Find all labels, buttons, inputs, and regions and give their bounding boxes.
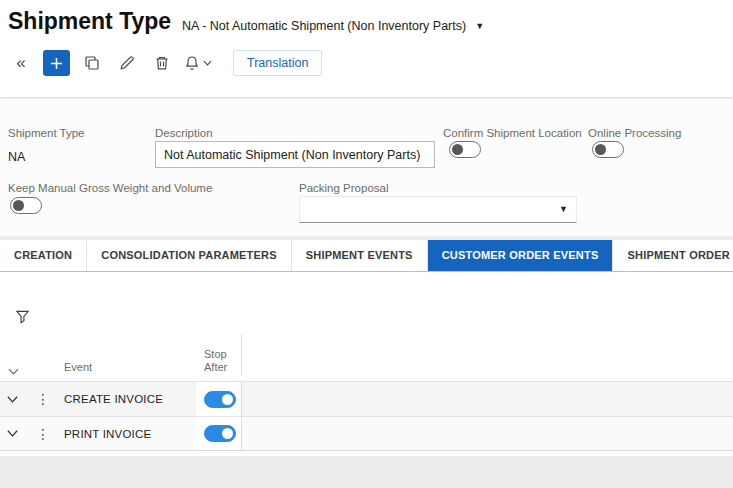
- events-table: Event Stop After ⋮ CREATE INVOICE ⋮ PRIN…: [0, 272, 733, 456]
- edit-record-button[interactable]: [114, 50, 140, 76]
- description-input[interactable]: [155, 141, 435, 168]
- page: Shipment Type NA - Not Automatic Shipmen…: [0, 0, 733, 488]
- column-header-stop-after: Stop After: [196, 348, 238, 376]
- tab-bar: CREATION CONSOLIDATION PARAMETERS SHIPME…: [0, 240, 733, 272]
- record-selector[interactable]: NA - Not Automatic Shipment (Non Invento…: [182, 19, 484, 33]
- copy-icon: [84, 55, 100, 71]
- stop-after-cell: [196, 417, 242, 450]
- trash-icon: [154, 55, 170, 71]
- table-toolbar: [0, 272, 733, 334]
- column-header-event: Event: [56, 361, 196, 375]
- stop-after-toggle[interactable]: [204, 391, 236, 408]
- duplicate-record-button[interactable]: [79, 50, 105, 76]
- tab-creation[interactable]: CREATION: [0, 240, 87, 271]
- shipment-type-value: NA: [8, 150, 25, 164]
- filter-button[interactable]: [12, 306, 32, 326]
- collapse-panel-button[interactable]: «: [8, 50, 34, 76]
- delete-record-button[interactable]: [149, 50, 175, 76]
- caret-down-icon: ▼: [559, 205, 568, 214]
- row-expand-button[interactable]: [0, 395, 30, 404]
- caret-down-icon: ▼: [475, 22, 484, 31]
- chevron-down-icon: [203, 60, 212, 66]
- page-title: Shipment Type: [8, 8, 171, 35]
- keep-manual-gross-weight-label: Keep Manual Gross Weight and Volume: [8, 182, 212, 194]
- tab-shipment-events[interactable]: SHIPMENT EVENTS: [292, 240, 428, 271]
- row-expand-button[interactable]: [0, 429, 30, 438]
- record-selector-label: NA - Not Automatic Shipment (Non Invento…: [182, 19, 466, 33]
- header-card: Shipment Type NA - Not Automatic Shipmen…: [0, 0, 733, 97]
- row-menu-button[interactable]: ⋮: [30, 426, 56, 442]
- packing-proposal-label: Packing Proposal: [299, 182, 389, 194]
- translation-button[interactable]: Translation: [233, 50, 322, 76]
- shipment-type-label: Shipment Type: [8, 127, 85, 139]
- column-header-stop-after-cell: Stop After: [196, 334, 242, 375]
- tab-customer-order-events[interactable]: CUSTOMER ORDER EVENTS: [428, 240, 614, 271]
- keep-manual-gross-weight-toggle[interactable]: [10, 197, 42, 214]
- row-menu-button[interactable]: ⋮: [30, 391, 56, 407]
- funnel-icon: [15, 309, 30, 324]
- detail-form: Shipment Type NA Description Confirm Shi…: [0, 97, 733, 236]
- packing-proposal-select[interactable]: ▼: [299, 196, 577, 223]
- description-label: Description: [155, 127, 213, 139]
- confirm-shipment-location-toggle[interactable]: [449, 141, 481, 158]
- notifications-button[interactable]: [184, 55, 212, 71]
- stop-after-toggle[interactable]: [204, 425, 236, 442]
- header-chevron-button[interactable]: [0, 368, 30, 375]
- table-row[interactable]: ⋮ PRINT INVOICE: [0, 416, 733, 451]
- bell-icon: [184, 55, 200, 71]
- event-label: PRINT INVOICE: [56, 428, 196, 440]
- table-header-row: Event Stop After: [0, 334, 733, 381]
- double-chevron-left-icon: «: [16, 54, 25, 73]
- toolbar: «: [8, 49, 322, 77]
- add-record-button[interactable]: [43, 50, 70, 76]
- tab-consolidation-parameters[interactable]: CONSOLIDATION PARAMETERS: [87, 240, 292, 271]
- online-processing-label: Online Processing: [588, 127, 681, 139]
- tab-shipment-order[interactable]: SHIPMENT ORDER: [613, 240, 733, 271]
- table-row[interactable]: ⋮ CREATE INVOICE: [0, 381, 733, 416]
- confirm-shipment-location-label: Confirm Shipment Location: [443, 127, 582, 139]
- plus-icon: [50, 57, 63, 70]
- event-label: CREATE INVOICE: [56, 393, 196, 405]
- pencil-icon: [119, 55, 135, 71]
- stop-after-cell: [196, 382, 242, 416]
- online-processing-toggle[interactable]: [592, 141, 624, 158]
